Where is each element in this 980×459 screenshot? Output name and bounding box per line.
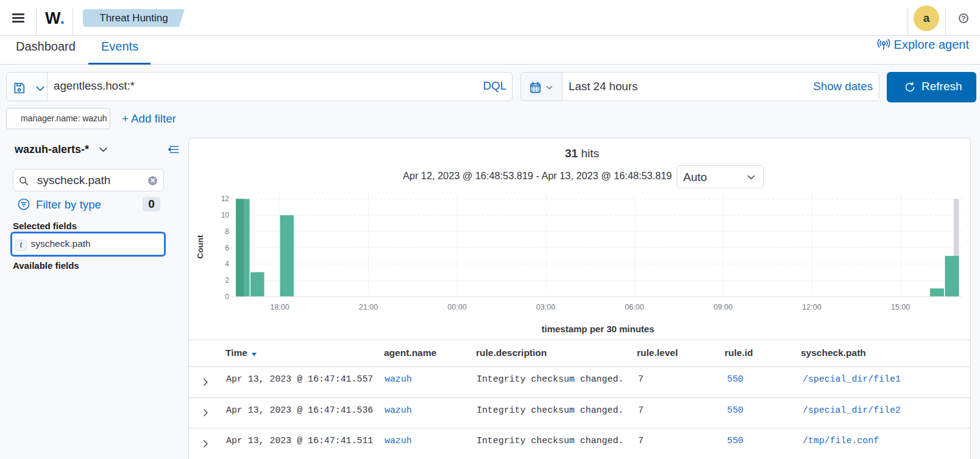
svg-text:12: 12 [221,194,230,203]
svg-text:8: 8 [225,227,229,236]
svg-text:2: 2 [225,276,229,285]
svg-text:21:00: 21:00 [359,303,378,311]
svg-text:10: 10 [221,211,230,219]
svg-text:15:00: 15:00 [891,303,910,311]
svg-text:03:00: 03:00 [536,303,555,311]
svg-text:0: 0 [225,293,229,301]
svg-text:12:00: 12:00 [802,303,821,311]
svg-text:6: 6 [225,244,229,252]
svg-text:Count: Count [196,235,205,258]
svg-text:00:00: 00:00 [447,303,466,311]
svg-text:18:00: 18:00 [270,303,289,311]
svg-text:06:00: 06:00 [625,303,644,311]
svg-text:09:00: 09:00 [714,303,733,311]
svg-text:4: 4 [225,260,229,268]
